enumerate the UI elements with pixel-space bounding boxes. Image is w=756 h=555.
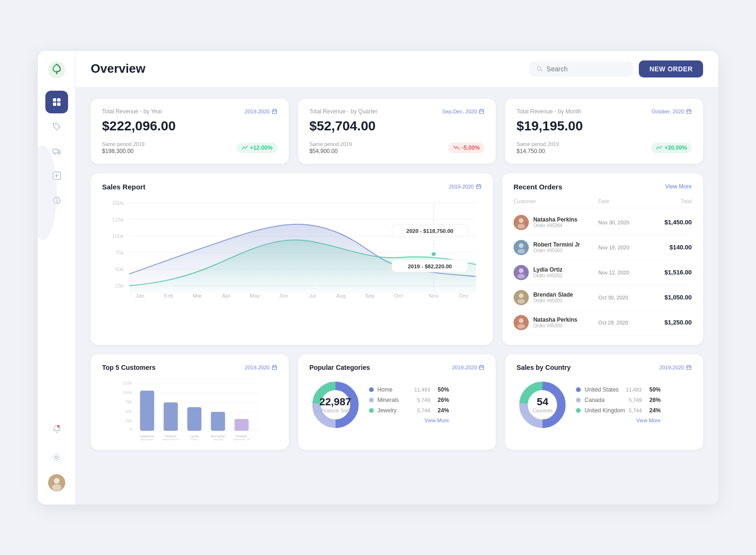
svg-rect-25 bbox=[480, 110, 484, 113]
svg-text:75k: 75k bbox=[125, 400, 132, 404]
sidebar-item-dashboard[interactable] bbox=[45, 91, 68, 113]
categories-view-more[interactable]: View More bbox=[369, 418, 449, 423]
svg-text:Aug: Aug bbox=[336, 293, 345, 298]
sales-by-country-card: Sales by Country 2019-2020 bbox=[505, 354, 703, 450]
last-row: Top 5 Customers 2019-2020 125k 100k bbox=[91, 354, 703, 450]
search-input[interactable] bbox=[547, 65, 626, 73]
avatar bbox=[514, 290, 529, 305]
card-period: October, 2020 bbox=[652, 109, 692, 114]
svg-text:Slade: Slade bbox=[213, 438, 223, 440]
country-center-value: 54 bbox=[533, 396, 553, 407]
categories-center-label: Products Sold bbox=[319, 408, 351, 413]
sidebar-item-tags[interactable] bbox=[45, 115, 68, 138]
svg-text:2019 - $82,220.00: 2019 - $82,220.00 bbox=[408, 264, 452, 269]
revenue-card-0: Total Revenue - by Year 2019-2020 $222,0… bbox=[91, 99, 289, 164]
table-row[interactable]: Robert Termini Jr Order #45003 Nov 19, 2… bbox=[514, 235, 692, 260]
svg-rect-6 bbox=[53, 149, 58, 153]
categories-center-value: 22,987 bbox=[319, 396, 351, 407]
calendar-icon-cat bbox=[479, 365, 484, 370]
card-prev-value: $198,300.00 bbox=[102, 148, 145, 154]
order-number: Order #45004 bbox=[533, 223, 577, 228]
calendar-icon bbox=[479, 109, 484, 114]
calendar-icon-country bbox=[686, 365, 692, 370]
sales-chart-card: Sales Report 2019-2020 bbox=[91, 173, 493, 345]
content-area: Total Revenue - by Year 2019-2020 $222,0… bbox=[76, 87, 718, 504]
svg-text:2020 - $118,750.00: 2020 - $118,750.00 bbox=[406, 228, 453, 233]
table-row[interactable]: Lydia Ortiz Order #45002 Nov 12, 2020 $1… bbox=[514, 260, 692, 285]
svg-rect-101 bbox=[187, 407, 201, 431]
svg-text:Oct: Oct bbox=[394, 293, 403, 298]
legend-name-us: United States bbox=[584, 386, 619, 393]
card-title: Total Revenue - by Month bbox=[516, 108, 581, 115]
legend-name-jewelry: Jewelry bbox=[378, 407, 411, 414]
calendar-icon bbox=[476, 184, 481, 189]
order-date: Nov 12, 2020 bbox=[598, 270, 649, 275]
svg-rect-114 bbox=[480, 366, 484, 369]
svg-rect-123 bbox=[687, 366, 691, 369]
svg-rect-21 bbox=[272, 110, 276, 113]
calendar-icon bbox=[686, 109, 692, 114]
svg-line-20 bbox=[541, 69, 542, 71]
country-view-more[interactable]: View More bbox=[576, 418, 661, 423]
col-customer: Customer bbox=[514, 198, 599, 204]
svg-text:25k: 25k bbox=[115, 283, 124, 288]
svg-rect-2 bbox=[57, 98, 60, 102]
table-row[interactable]: Brendan Slade Order #45001 Oct 30, 2020 … bbox=[514, 285, 692, 310]
svg-point-7 bbox=[54, 153, 55, 154]
svg-point-70 bbox=[517, 224, 525, 229]
order-customer: Brendan Slade Order #45001 bbox=[514, 290, 599, 305]
top-customers-title: Top 5 Customers bbox=[102, 364, 155, 371]
legend-item: Minerals 5,749 26% bbox=[369, 397, 449, 403]
svg-rect-29 bbox=[687, 110, 691, 113]
order-number: Order #45000 bbox=[533, 323, 577, 328]
sidebar-bottom bbox=[45, 418, 68, 495]
svg-rect-99 bbox=[140, 391, 154, 431]
col-total: Total bbox=[649, 198, 692, 204]
svg-point-51 bbox=[431, 252, 436, 256]
legend-item: Home 11,493 50% bbox=[369, 386, 449, 393]
svg-text:Nov: Nov bbox=[429, 293, 439, 298]
legend-count-jewelry: 5,744 bbox=[417, 408, 430, 413]
legend-name-ca: Canada bbox=[584, 397, 618, 403]
popular-categories-card: Popular Categories 2019-2020 bbox=[298, 354, 496, 450]
svg-text:Jun: Jun bbox=[279, 293, 288, 298]
sales-chart-title: Sales Report bbox=[102, 183, 146, 191]
logo bbox=[47, 60, 66, 79]
table-row[interactable]: Natasha Perkins Order #45004 Nov 30, 202… bbox=[514, 210, 692, 235]
svg-rect-33 bbox=[476, 185, 481, 188]
svg-text:0: 0 bbox=[129, 427, 132, 432]
sidebar-item-settings[interactable] bbox=[45, 446, 68, 469]
legend-name-uk: United Kingdom bbox=[584, 407, 625, 414]
card-prev-label: Same period 2019 bbox=[516, 141, 559, 147]
col-date: Date bbox=[598, 198, 649, 204]
header-actions: NEW ORDER bbox=[529, 60, 703, 77]
new-order-button[interactable]: NEW ORDER bbox=[639, 60, 703, 77]
user-avatar[interactable] bbox=[48, 474, 65, 491]
order-customer: Natasha Perkins Order #45000 bbox=[514, 315, 599, 330]
sidebar-item-notifications[interactable] bbox=[45, 418, 68, 440]
order-total: $1,250.00 bbox=[649, 319, 692, 326]
order-customer: Lydia Ortiz Order #45002 bbox=[514, 265, 599, 280]
svg-text:125k: 125k bbox=[112, 217, 124, 222]
popular-categories-title: Popular Categories bbox=[309, 364, 370, 371]
svg-rect-3 bbox=[53, 102, 56, 106]
legend-pct-home: 50% bbox=[438, 386, 449, 393]
sales-chart-period: 2019-2020 bbox=[449, 184, 481, 189]
svg-rect-102 bbox=[211, 412, 225, 431]
recent-orders-view-more[interactable]: View More bbox=[665, 183, 692, 190]
customer-name: Brendan Slade bbox=[533, 291, 573, 298]
table-row[interactable]: Natasha Perkins Order #45000 Oct 28, 202… bbox=[514, 310, 692, 335]
country-center-label: Countries bbox=[533, 408, 553, 413]
legend-item: Jewelry 5,744 24% bbox=[369, 407, 449, 414]
recent-orders-rows: Natasha Perkins Order #45004 Nov 30, 202… bbox=[514, 210, 692, 335]
search-icon bbox=[537, 66, 542, 72]
card-period: Sep-Dec, 2020 bbox=[442, 109, 484, 114]
categories-donut-section: 22,987 Products Sold Home 11,493 bbox=[309, 379, 485, 431]
card-badge: -5.00% bbox=[448, 143, 484, 153]
svg-text:50k: 50k bbox=[125, 409, 132, 414]
card-title: Total Revenue - by Year bbox=[102, 108, 162, 115]
svg-point-75 bbox=[519, 268, 524, 273]
svg-text:100k: 100k bbox=[112, 233, 124, 239]
svg-point-78 bbox=[519, 293, 524, 298]
country-donut: 54 Countries bbox=[516, 379, 568, 431]
